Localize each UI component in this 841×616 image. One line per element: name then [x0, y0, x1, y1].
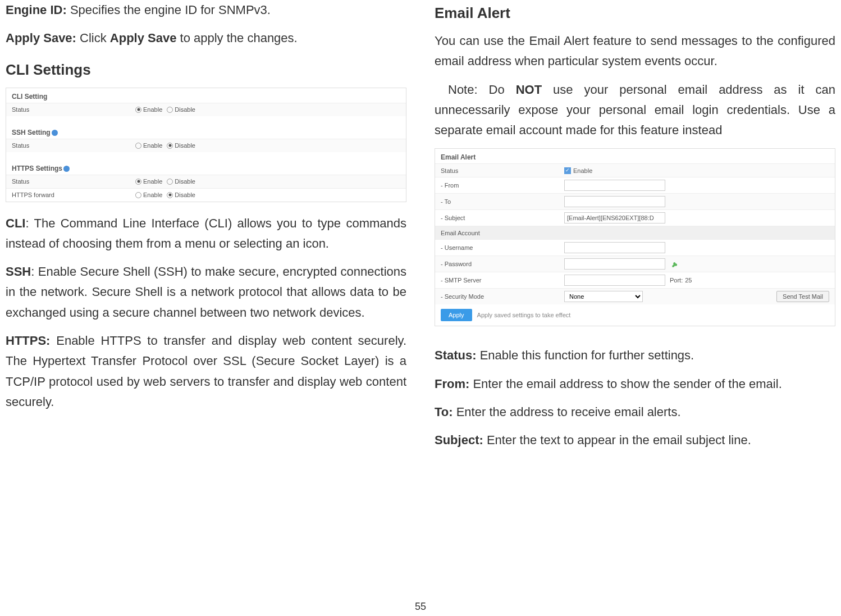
- info-icon[interactable]: [63, 166, 70, 172]
- label-email-status: Status: [441, 167, 564, 174]
- text-https: Enable HTTPS to transfer and display web…: [6, 334, 406, 409]
- apply-hint: Apply saved settings to take effect: [477, 312, 571, 318]
- para-ssh-desc: SSH: Enable Secure Shell (SSH) to make s…: [6, 262, 406, 323]
- label-apply-save: Apply Save:: [6, 31, 76, 45]
- label-from: - From: [441, 182, 564, 189]
- label-ssh: SSH: [6, 264, 31, 279]
- section-ssh-setting: SSH Setting: [6, 124, 406, 139]
- radio-ssh-enable[interactable]: [135, 143, 141, 149]
- text-apply-save-2: to apply the changes.: [176, 31, 297, 45]
- radio-https-disable[interactable]: [167, 179, 173, 185]
- radio-label-cli-disable: Disable: [175, 106, 195, 113]
- label-security: - Security Mode: [441, 293, 564, 300]
- text-apply-save-1: Click: [76, 31, 110, 45]
- https-title-text: HTTPS Settings: [12, 165, 62, 172]
- row-ssh-status: Status Enable Disable: [6, 139, 406, 152]
- text-ssh: : Enable Secure Shell (SSH) to make secu…: [6, 264, 406, 320]
- input-to[interactable]: [564, 196, 665, 207]
- apply-button[interactable]: Apply: [441, 309, 472, 321]
- para-email-note: Note: Do NOT use your personal email add…: [435, 80, 835, 141]
- text-from-desc: Enter the email address to show the send…: [469, 377, 781, 391]
- label-https-forward: HTTPS forward: [12, 191, 135, 198]
- section-cli-setting: CLI Setting: [6, 88, 406, 103]
- radio-httpsfwd-enable[interactable]: [135, 192, 141, 198]
- radio-label-https-disable: Disable: [175, 178, 195, 185]
- section-email-alert: Email Alert: [435, 149, 835, 163]
- note-bold: NOT: [516, 83, 542, 97]
- figure-email-alert: Email Alert Status Enable - From - To - …: [435, 148, 835, 326]
- figure-cli-settings: CLI Setting Status Enable Disable SSH Se…: [6, 88, 406, 202]
- send-test-mail-button[interactable]: Send Test Mail: [776, 291, 829, 302]
- input-subject[interactable]: [564, 212, 665, 223]
- radio-cli-enable[interactable]: [135, 107, 141, 113]
- info-icon[interactable]: [52, 130, 58, 136]
- heading-cli-settings: CLI Settings: [6, 61, 406, 79]
- para-from-desc: From: Enter the email address to show th…: [435, 374, 835, 394]
- label-password: - Password: [441, 261, 564, 267]
- ssh-title-text: SSH Setting: [12, 129, 51, 136]
- radio-label-ssh-disable: Disable: [175, 142, 195, 149]
- para-status-desc: Status: Enable this function for further…: [435, 345, 835, 366]
- row-subject: - Subject: [435, 209, 835, 226]
- radio-label-httpsfwd-enable: Enable: [143, 191, 162, 198]
- row-apply: Apply Apply saved settings to take effec…: [435, 304, 835, 326]
- checkbox-label-enable: Enable: [573, 167, 592, 174]
- row-password: - Password: [435, 255, 835, 272]
- para-engine-id: Engine ID: Specifies the engine ID for S…: [6, 0, 406, 20]
- row-smtp: - SMTP Server Port:25: [435, 272, 835, 288]
- radio-label-httpsfwd-disable: Disable: [175, 191, 195, 198]
- radio-label-cli-enable: Enable: [143, 106, 162, 113]
- page-number: 55: [415, 601, 426, 613]
- note-text-1: Note: Do: [448, 83, 516, 97]
- label-subject: - Subject: [441, 215, 564, 221]
- label-engine-id: Engine ID:: [6, 3, 67, 17]
- label-status-desc: Status:: [435, 348, 477, 362]
- text-status-desc: Enable this function for further setting…: [477, 348, 694, 362]
- para-https-desc: HTTPS: Enable HTTPS to transfer and disp…: [6, 331, 406, 412]
- label-username: - Username: [441, 244, 564, 251]
- input-from[interactable]: [564, 180, 665, 191]
- para-cli-desc: CLI: The Command Line Interface (CLI) al…: [6, 213, 406, 254]
- text-to-desc: Enter the address to receive email alert…: [453, 405, 681, 419]
- label-port: Port:: [670, 277, 683, 284]
- label-email-account: Email Account: [441, 230, 564, 236]
- para-to-desc: To: Enter the address to receive email a…: [435, 402, 835, 422]
- input-password[interactable]: [564, 258, 665, 270]
- label-https: HTTPS:: [6, 334, 50, 348]
- text-apply-save-bold: Apply Save: [110, 31, 177, 45]
- radio-ssh-disable[interactable]: [167, 143, 173, 149]
- row-from: - From: [435, 177, 835, 193]
- label-cli: CLI: [6, 216, 25, 230]
- label-from-desc: From:: [435, 377, 469, 391]
- para-email-intro: You can use the Email Alert feature to s…: [435, 31, 835, 72]
- radio-httpsfwd-disable[interactable]: [167, 192, 173, 198]
- text-subject-desc: Enter the text to appear in the email su…: [483, 433, 751, 447]
- radio-label-ssh-enable: Enable: [143, 142, 162, 149]
- text-cli: : The Command Line Interface (CLI) allow…: [6, 216, 406, 250]
- row-email-status: Status Enable: [435, 163, 835, 177]
- para-subject-desc: Subject: Enter the text to appear in the…: [435, 430, 835, 450]
- row-cli-status: Status Enable Disable: [6, 103, 406, 116]
- label-https-status: Status: [12, 178, 135, 185]
- radio-https-enable[interactable]: [135, 179, 141, 185]
- radio-cli-disable[interactable]: [167, 107, 173, 113]
- label-smtp: - SMTP Server: [441, 277, 564, 284]
- row-email-account: Email Account: [435, 226, 835, 239]
- radio-label-https-enable: Enable: [143, 178, 162, 185]
- row-https-forward: HTTPS forward Enable Disable: [6, 188, 406, 202]
- input-username[interactable]: [564, 242, 665, 253]
- row-username: - Username: [435, 239, 835, 255]
- label-to-desc: To:: [435, 405, 453, 419]
- label-to: - To: [441, 198, 564, 205]
- input-smtp[interactable]: [564, 275, 665, 286]
- checkbox-email-enable[interactable]: [564, 167, 571, 174]
- row-security: - Security Mode None Send Test Mail: [435, 288, 835, 304]
- label-cli-status: Status: [12, 106, 135, 113]
- label-subject-desc: Subject:: [435, 433, 483, 447]
- value-port: 25: [685, 277, 692, 284]
- row-https-status: Status Enable Disable: [6, 175, 406, 188]
- heading-email-alert: Email Alert: [435, 4, 835, 22]
- select-security[interactable]: None: [564, 291, 643, 302]
- row-to: - To: [435, 193, 835, 209]
- key-icon[interactable]: [671, 262, 678, 268]
